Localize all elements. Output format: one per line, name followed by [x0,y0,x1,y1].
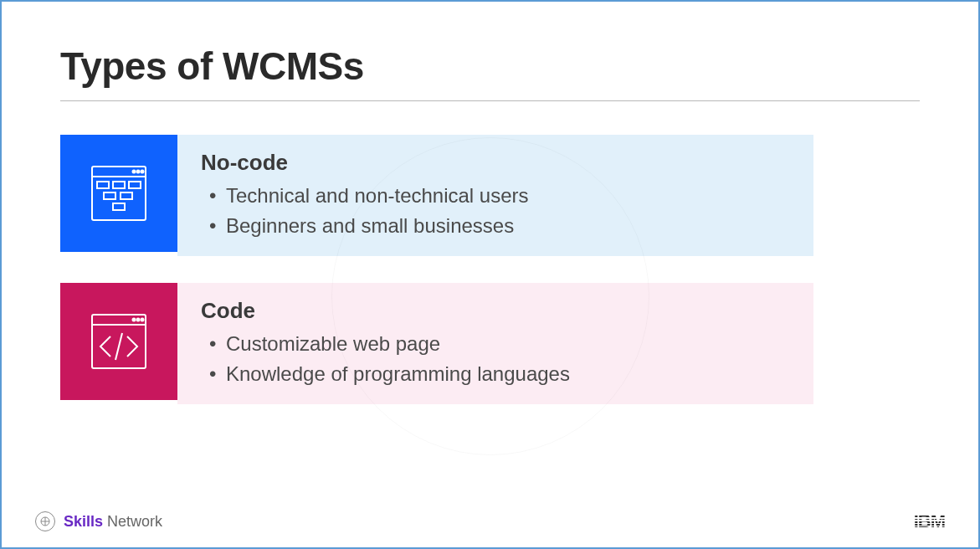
svg-line-16 [115,333,122,360]
slide-title: Types of WCMSs [60,44,920,89]
svg-point-13 [133,319,136,321]
title-divider [60,100,920,101]
no-code-bullets: Technical and non-technical users Beginn… [201,181,790,241]
footer-skills-text: Skills [64,513,103,530]
slide: Types of WCMSs No-code Technical and non… [0,0,980,549]
svg-point-4 [141,171,144,173]
svg-point-15 [141,319,144,321]
footer: Skills Network IBM [2,511,978,532]
ibm-logo: IBM [914,511,945,532]
svg-rect-5 [97,182,109,188]
svg-point-3 [137,171,140,173]
no-code-bullet-1: Technical and non-technical users [201,181,790,211]
footer-left: Skills Network [35,511,162,531]
code-bullets: Customizable web page Knowledge of progr… [201,329,790,389]
svg-rect-7 [129,182,141,188]
globe-icon [39,516,51,527]
svg-rect-10 [113,203,125,210]
code-text: Code Customizable web page Knowledge of … [177,283,813,404]
code-icon [85,308,152,375]
svg-point-14 [137,319,140,321]
code-bullet-1: Customizable web page [201,329,790,359]
svg-rect-6 [113,182,125,188]
dashboard-icon [85,160,152,227]
footer-brand: Skills Network [64,513,162,531]
footer-network-text: Network [107,513,162,530]
code-bullet-2: Knowledge of programming languages [201,359,790,389]
card-no-code: No-code Technical and non-technical user… [60,135,813,256]
svg-rect-11 [92,315,146,368]
no-code-icon-box [60,135,177,252]
code-heading: Code [201,298,790,324]
no-code-text: No-code Technical and non-technical user… [177,135,813,256]
no-code-heading: No-code [201,150,790,176]
svg-point-2 [133,171,136,173]
svg-rect-8 [104,192,115,199]
code-icon-box [60,283,177,400]
no-code-bullet-2: Beginners and small businesses [201,211,790,241]
svg-rect-9 [121,192,132,199]
skills-network-icon [35,511,55,531]
card-code: Code Customizable web page Knowledge of … [60,283,813,404]
svg-rect-0 [92,167,146,220]
